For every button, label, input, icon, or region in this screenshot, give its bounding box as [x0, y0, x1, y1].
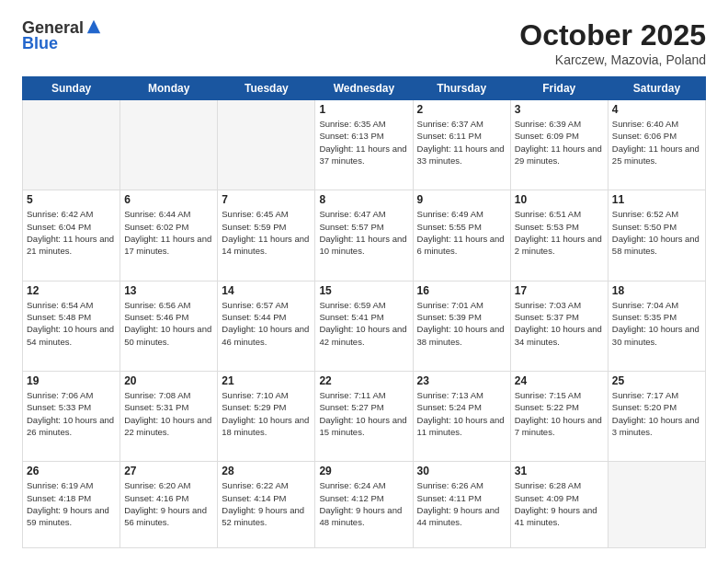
calendar-cell	[218, 100, 315, 190]
day-number: 19	[27, 374, 116, 387]
calendar-cell: 19Sunrise: 7:06 AM Sunset: 5:33 PM Dayli…	[23, 371, 120, 461]
day-info: Sunrise: 6:54 AM Sunset: 5:48 PM Dayligh…	[27, 299, 116, 348]
calendar-week-3: 12Sunrise: 6:54 AM Sunset: 5:48 PM Dayli…	[23, 281, 706, 371]
calendar-cell: 8Sunrise: 6:47 AM Sunset: 5:57 PM Daylig…	[315, 190, 413, 281]
day-number: 6	[124, 193, 213, 206]
calendar-cell: 14Sunrise: 6:57 AM Sunset: 5:44 PM Dayli…	[218, 281, 315, 371]
calendar-week-1: 1Sunrise: 6:35 AM Sunset: 6:13 PM Daylig…	[23, 100, 706, 190]
calendar-cell: 28Sunrise: 6:22 AM Sunset: 4:14 PM Dayli…	[218, 462, 315, 548]
day-number: 25	[612, 374, 701, 387]
calendar-cell: 17Sunrise: 7:03 AM Sunset: 5:37 PM Dayli…	[510, 281, 608, 371]
calendar-cell: 21Sunrise: 7:10 AM Sunset: 5:29 PM Dayli…	[218, 371, 315, 461]
day-number: 2	[417, 103, 506, 116]
day-info: Sunrise: 7:11 AM Sunset: 5:27 PM Dayligh…	[319, 389, 408, 438]
calendar-cell: 24Sunrise: 7:15 AM Sunset: 5:22 PM Dayli…	[510, 371, 608, 461]
col-saturday: Saturday	[608, 77, 705, 100]
day-info: Sunrise: 7:03 AM Sunset: 5:37 PM Dayligh…	[515, 299, 604, 348]
col-wednesday: Wednesday	[315, 77, 413, 100]
calendar-cell: 31Sunrise: 6:28 AM Sunset: 4:09 PM Dayli…	[510, 462, 608, 548]
calendar-cell: 23Sunrise: 7:13 AM Sunset: 5:24 PM Dayli…	[413, 371, 510, 461]
day-info: Sunrise: 6:28 AM Sunset: 4:09 PM Dayligh…	[515, 479, 604, 528]
day-info: Sunrise: 6:24 AM Sunset: 4:12 PM Dayligh…	[319, 479, 408, 528]
day-info: Sunrise: 6:19 AM Sunset: 4:18 PM Dayligh…	[27, 479, 116, 528]
calendar-cell: 29Sunrise: 6:24 AM Sunset: 4:12 PM Dayli…	[315, 462, 413, 548]
calendar-cell: 25Sunrise: 7:17 AM Sunset: 5:20 PM Dayli…	[608, 371, 705, 461]
day-info: Sunrise: 6:39 AM Sunset: 6:09 PM Dayligh…	[515, 118, 604, 167]
calendar-cell: 22Sunrise: 7:11 AM Sunset: 5:27 PM Dayli…	[315, 371, 413, 461]
calendar-cell: 4Sunrise: 6:40 AM Sunset: 6:06 PM Daylig…	[608, 100, 705, 190]
day-info: Sunrise: 7:13 AM Sunset: 5:24 PM Dayligh…	[417, 389, 506, 438]
calendar-cell: 15Sunrise: 6:59 AM Sunset: 5:41 PM Dayli…	[315, 281, 413, 371]
day-number: 15	[319, 284, 408, 297]
day-number: 28	[222, 465, 311, 477]
month-title: October 2025	[519, 18, 706, 52]
day-number: 22	[319, 374, 408, 387]
col-monday: Monday	[120, 77, 218, 100]
header: General Blue October 2025 Karczew, Mazov…	[22, 18, 706, 67]
day-info: Sunrise: 7:04 AM Sunset: 5:35 PM Dayligh…	[612, 299, 701, 348]
day-info: Sunrise: 6:57 AM Sunset: 5:44 PM Dayligh…	[222, 299, 311, 348]
day-info: Sunrise: 7:17 AM Sunset: 5:20 PM Dayligh…	[612, 389, 701, 438]
day-info: Sunrise: 7:15 AM Sunset: 5:22 PM Dayligh…	[515, 389, 604, 438]
day-info: Sunrise: 6:45 AM Sunset: 5:59 PM Dayligh…	[222, 208, 311, 257]
day-number: 5	[27, 193, 116, 206]
day-number: 11	[612, 193, 701, 206]
calendar-cell: 13Sunrise: 6:56 AM Sunset: 5:46 PM Dayli…	[120, 281, 218, 371]
day-number: 30	[417, 465, 506, 477]
title-block: October 2025 Karczew, Mazovia, Poland	[519, 18, 706, 67]
day-info: Sunrise: 7:06 AM Sunset: 5:33 PM Dayligh…	[27, 389, 116, 438]
day-info: Sunrise: 6:26 AM Sunset: 4:11 PM Dayligh…	[417, 479, 506, 528]
day-info: Sunrise: 7:08 AM Sunset: 5:31 PM Dayligh…	[124, 389, 213, 438]
calendar-cell	[120, 100, 218, 190]
day-info: Sunrise: 7:01 AM Sunset: 5:39 PM Dayligh…	[417, 299, 506, 348]
calendar-header-row: Sunday Monday Tuesday Wednesday Thursday…	[23, 77, 706, 100]
day-info: Sunrise: 6:40 AM Sunset: 6:06 PM Dayligh…	[612, 118, 701, 167]
day-number: 18	[612, 284, 701, 297]
day-number: 3	[515, 103, 604, 116]
calendar-week-2: 5Sunrise: 6:42 AM Sunset: 6:04 PM Daylig…	[23, 190, 706, 281]
day-number: 9	[417, 193, 506, 206]
day-number: 10	[515, 193, 604, 206]
calendar-cell	[23, 100, 120, 190]
calendar-cell	[608, 462, 705, 548]
col-thursday: Thursday	[413, 77, 510, 100]
logo-blue-text: Blue	[22, 34, 58, 53]
day-number: 14	[222, 284, 311, 297]
day-number: 31	[515, 465, 604, 477]
day-info: Sunrise: 6:44 AM Sunset: 6:02 PM Dayligh…	[124, 208, 213, 257]
day-number: 7	[222, 193, 311, 206]
day-number: 8	[319, 193, 408, 206]
calendar-cell: 12Sunrise: 6:54 AM Sunset: 5:48 PM Dayli…	[23, 281, 120, 371]
logo-icon	[85, 18, 102, 35]
calendar-cell: 16Sunrise: 7:01 AM Sunset: 5:39 PM Dayli…	[413, 281, 510, 371]
day-info: Sunrise: 6:42 AM Sunset: 6:04 PM Dayligh…	[27, 208, 116, 257]
day-number: 27	[124, 465, 213, 477]
calendar-cell: 5Sunrise: 6:42 AM Sunset: 6:04 PM Daylig…	[23, 190, 120, 281]
calendar-cell: 7Sunrise: 6:45 AM Sunset: 5:59 PM Daylig…	[218, 190, 315, 281]
logo: General Blue	[22, 18, 102, 53]
calendar-week-4: 19Sunrise: 7:06 AM Sunset: 5:33 PM Dayli…	[23, 371, 706, 461]
day-info: Sunrise: 6:37 AM Sunset: 6:11 PM Dayligh…	[417, 118, 506, 167]
calendar-cell: 9Sunrise: 6:49 AM Sunset: 5:55 PM Daylig…	[413, 190, 510, 281]
col-sunday: Sunday	[23, 77, 120, 100]
calendar-cell: 6Sunrise: 6:44 AM Sunset: 6:02 PM Daylig…	[120, 190, 218, 281]
day-info: Sunrise: 6:35 AM Sunset: 6:13 PM Dayligh…	[319, 118, 408, 167]
day-info: Sunrise: 6:59 AM Sunset: 5:41 PM Dayligh…	[319, 299, 408, 348]
svg-marker-0	[87, 19, 100, 32]
day-info: Sunrise: 6:20 AM Sunset: 4:16 PM Dayligh…	[124, 479, 213, 528]
col-tuesday: Tuesday	[218, 77, 315, 100]
day-info: Sunrise: 6:47 AM Sunset: 5:57 PM Dayligh…	[319, 208, 408, 257]
day-number: 16	[417, 284, 506, 297]
day-number: 23	[417, 374, 506, 387]
day-info: Sunrise: 6:51 AM Sunset: 5:53 PM Dayligh…	[515, 208, 604, 257]
calendar-cell: 1Sunrise: 6:35 AM Sunset: 6:13 PM Daylig…	[315, 100, 413, 190]
day-number: 13	[124, 284, 213, 297]
day-number: 26	[27, 465, 116, 477]
col-friday: Friday	[510, 77, 608, 100]
calendar-cell: 18Sunrise: 7:04 AM Sunset: 5:35 PM Dayli…	[608, 281, 705, 371]
calendar-cell: 3Sunrise: 6:39 AM Sunset: 6:09 PM Daylig…	[510, 100, 608, 190]
day-number: 24	[515, 374, 604, 387]
calendar-cell: 26Sunrise: 6:19 AM Sunset: 4:18 PM Dayli…	[23, 462, 120, 548]
day-number: 1	[319, 103, 408, 116]
calendar-week-5: 26Sunrise: 6:19 AM Sunset: 4:18 PM Dayli…	[23, 462, 706, 548]
